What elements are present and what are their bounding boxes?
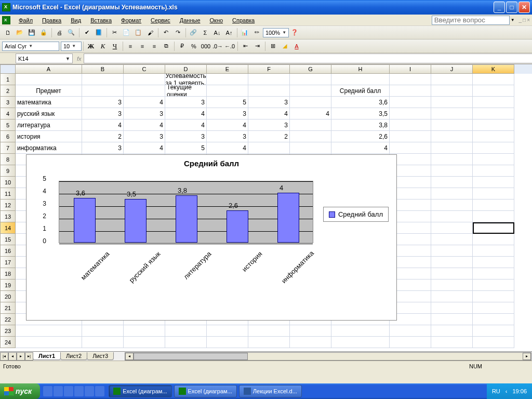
- ql-icon[interactable]: [64, 386, 73, 396]
- cell[interactable]: [431, 211, 473, 222]
- row-header[interactable]: 24: [0, 337, 16, 348]
- row-header[interactable]: 22: [0, 314, 16, 325]
- copy-icon[interactable]: 📄: [121, 27, 132, 38]
- cell[interactable]: [431, 314, 473, 325]
- col-header[interactable]: I: [390, 64, 431, 74]
- cell[interactable]: 4: [165, 119, 207, 131]
- cell[interactable]: 4: [124, 119, 165, 131]
- scroll-thumb[interactable]: [134, 353, 248, 360]
- row-header[interactable]: 15: [0, 234, 16, 245]
- col-header[interactable]: B: [82, 64, 124, 74]
- cell[interactable]: [390, 337, 431, 348]
- cell[interactable]: [473, 325, 514, 337]
- cell[interactable]: [431, 325, 473, 337]
- fx-icon[interactable]: fx: [77, 56, 82, 62]
- col-header[interactable]: H: [331, 64, 390, 74]
- cell[interactable]: [390, 119, 431, 131]
- cell[interactable]: Средний балл: [331, 85, 390, 97]
- row-header[interactable]: 1: [0, 74, 16, 85]
- row-header[interactable]: 14: [0, 222, 16, 234]
- row-header[interactable]: 6: [0, 131, 16, 142]
- tab-nav-next-icon[interactable]: ▸: [17, 352, 25, 361]
- menu-tools[interactable]: Сервис: [147, 16, 175, 24]
- cell[interactable]: [431, 291, 473, 302]
- cell[interactable]: [473, 154, 514, 165]
- cell[interactable]: [82, 74, 124, 85]
- cell[interactable]: [331, 337, 390, 348]
- cell[interactable]: [473, 257, 514, 268]
- hyperlink-icon[interactable]: 🔗: [188, 27, 199, 38]
- doc-restore-button[interactable]: □: [523, 17, 526, 23]
- cell[interactable]: [473, 222, 514, 234]
- ql-icon[interactable]: [43, 386, 52, 396]
- cell[interactable]: [82, 325, 124, 337]
- cell[interactable]: [473, 291, 514, 302]
- row-header[interactable]: 19: [0, 280, 16, 291]
- cell[interactable]: [331, 325, 390, 337]
- ql-icon[interactable]: [95, 386, 104, 396]
- cell[interactable]: 4: [207, 119, 248, 131]
- underline-button[interactable]: Ч: [109, 41, 121, 52]
- save-icon[interactable]: 💾: [26, 27, 37, 38]
- cell[interactable]: 2: [248, 131, 290, 142]
- permission-icon[interactable]: 🔒: [38, 27, 49, 38]
- ql-icon[interactable]: [54, 386, 63, 396]
- maximize-button[interactable]: □: [506, 2, 517, 13]
- cell[interactable]: [431, 165, 473, 177]
- cell[interactable]: [431, 142, 473, 154]
- cell[interactable]: 4: [207, 142, 248, 154]
- cell[interactable]: [473, 337, 514, 348]
- cell[interactable]: 4: [331, 142, 390, 154]
- cell[interactable]: 3: [82, 97, 124, 108]
- cell[interactable]: [248, 74, 290, 85]
- cell[interactable]: [431, 200, 473, 211]
- cell[interactable]: [473, 268, 514, 280]
- row-header[interactable]: 3: [0, 97, 16, 108]
- cell[interactable]: [431, 245, 473, 257]
- row-header[interactable]: 5: [0, 119, 16, 131]
- cell[interactable]: [248, 85, 290, 97]
- cell[interactable]: [165, 325, 207, 337]
- cell[interactable]: 4: [124, 97, 165, 108]
- scroll-right-icon[interactable]: ▸: [523, 353, 531, 360]
- cell[interactable]: 5: [207, 97, 248, 108]
- cell[interactable]: [207, 74, 248, 85]
- cell[interactable]: [431, 302, 473, 314]
- cell[interactable]: [473, 119, 514, 131]
- cell[interactable]: [124, 85, 165, 97]
- autosum-icon[interactable]: Σ: [200, 27, 211, 38]
- chart-wizard-icon[interactable]: 📊: [239, 27, 250, 38]
- cell[interactable]: 3: [207, 131, 248, 142]
- row-header[interactable]: 10: [0, 177, 16, 188]
- row-header[interactable]: 12: [0, 200, 16, 211]
- col-header[interactable]: F: [248, 64, 290, 74]
- cell[interactable]: 3: [165, 97, 207, 108]
- cell[interactable]: [473, 188, 514, 200]
- select-all-corner[interactable]: [0, 64, 16, 74]
- doc-close-button[interactable]: ×: [527, 17, 530, 23]
- cell[interactable]: 3: [165, 131, 207, 142]
- cell[interactable]: [390, 108, 431, 119]
- taskbar-item[interactable]: Excel (диаграм...: [109, 385, 171, 397]
- cell[interactable]: [473, 280, 514, 291]
- cell[interactable]: [431, 337, 473, 348]
- cell[interactable]: [290, 325, 331, 337]
- cell[interactable]: 3,8: [331, 119, 390, 131]
- cell[interactable]: [390, 131, 431, 142]
- cell[interactable]: [431, 97, 473, 108]
- cell[interactable]: Текущие оценки: [165, 85, 207, 97]
- cell[interactable]: 4: [124, 142, 165, 154]
- print-icon[interactable]: 🖨: [54, 27, 65, 38]
- system-tray[interactable]: RU ‹ 19:06: [487, 383, 532, 399]
- cell[interactable]: [390, 97, 431, 108]
- sort-asc-icon[interactable]: A↓: [211, 27, 223, 38]
- cell[interactable]: 4: [290, 108, 331, 119]
- cell[interactable]: [207, 85, 248, 97]
- cell[interactable]: Успеваемость за 1 четверть.: [165, 74, 207, 85]
- cell[interactable]: [124, 337, 165, 348]
- row-header[interactable]: 11: [0, 188, 16, 200]
- cell[interactable]: информатика: [16, 142, 82, 154]
- decrease-indent-icon[interactable]: ⇤: [240, 41, 251, 52]
- cell[interactable]: [431, 234, 473, 245]
- cell[interactable]: [473, 245, 514, 257]
